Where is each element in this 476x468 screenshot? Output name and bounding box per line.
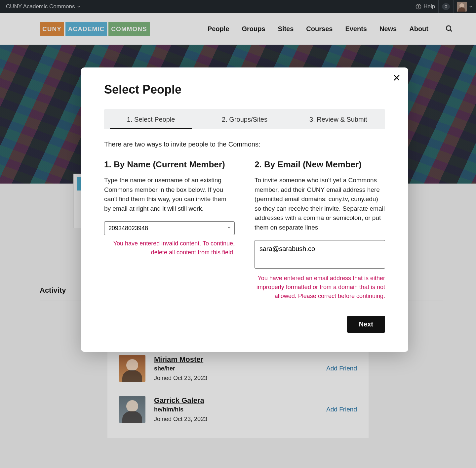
member-search-combobox[interactable] [104, 221, 235, 235]
email-input-error: You have entered an email address that i… [255, 274, 385, 301]
by-email-heading: 2. By Email (New Member) [255, 159, 385, 170]
by-name-body: Type the name or username of an existing… [104, 176, 235, 213]
modal-intro: There are two ways to invite people to t… [104, 141, 385, 148]
step-tabs: 1. Select People 2. Groups/Sites 3. Revi… [104, 109, 385, 129]
close-icon [392, 73, 401, 82]
next-button[interactable]: Next [347, 316, 385, 333]
tab-groups-sites[interactable]: 2. Groups/Sites [198, 109, 291, 129]
by-name-heading: 1. By Name (Current Member) [104, 159, 235, 170]
invite-by-name-column: 1. By Name (Current Member) Type the nam… [104, 159, 235, 301]
modal-title: Select People [104, 83, 385, 97]
email-input[interactable] [255, 240, 385, 269]
select-people-modal: Select People 1. Select People 2. Groups… [81, 67, 408, 352]
member-search-input[interactable] [104, 221, 235, 235]
tab-select-people[interactable]: 1. Select People [104, 109, 198, 129]
close-button[interactable] [392, 73, 401, 83]
tab-review-submit[interactable]: 3. Review & Submit [292, 109, 385, 129]
invite-by-email-column: 2. By Email (New Member) To invite someo… [255, 159, 385, 301]
by-email-body: To invite someone who isn't yet a Common… [255, 176, 385, 232]
member-search-error: You have entered invalid content. To con… [104, 239, 235, 257]
